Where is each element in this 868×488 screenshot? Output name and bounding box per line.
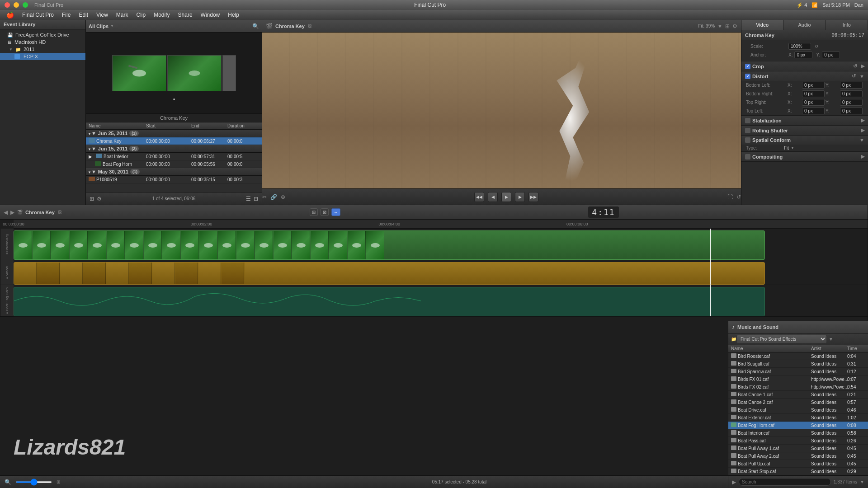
type-dropdown-icon[interactable]: ▼ bbox=[791, 146, 794, 150]
music-row-boat-canoe1[interactable]: Boat Canoe 1.caf Sound Ideas 0:21 bbox=[728, 391, 868, 399]
minimize-button[interactable] bbox=[14, 2, 19, 8]
br-y-input[interactable] bbox=[840, 90, 863, 97]
bl-y-input[interactable] bbox=[840, 82, 863, 89]
tab-video[interactable]: Video bbox=[741, 20, 783, 30]
sidebar-item-fcpx[interactable]: FCP X bbox=[0, 53, 85, 60]
stabilization-checkbox[interactable] bbox=[745, 118, 750, 123]
audio-clip-block[interactable] bbox=[14, 287, 765, 316]
clip-row-boat-interior[interactable]: ▶Boat Interior 00:00:00:00 00:00:57:31 0… bbox=[86, 153, 262, 160]
tool-3[interactable]: ↔ bbox=[331, 208, 340, 216]
music-row-boat-canoe2[interactable]: Boat Canoe 2.caf Sound Ideas 0:57 bbox=[728, 399, 868, 406]
crop-expand-icon[interactable]: ▶ bbox=[861, 63, 864, 69]
maximize-button[interactable] bbox=[23, 2, 28, 8]
trim-icon[interactable]: ✂ bbox=[262, 194, 267, 200]
tool-2[interactable]: ⊠ bbox=[321, 208, 329, 216]
menu-help[interactable]: Help bbox=[224, 11, 243, 19]
apple-menu[interactable]: 🍎 bbox=[3, 11, 18, 19]
crop-checkbox[interactable]: ✓ bbox=[745, 64, 750, 69]
wood-clip-block[interactable] bbox=[14, 262, 765, 285]
timeline-back-icon[interactable]: ◀ bbox=[4, 209, 8, 216]
fast-forward-button[interactable]: ▶▶ bbox=[528, 192, 538, 202]
fullscreen-icon[interactable]: ⛶ bbox=[727, 194, 733, 200]
insert-icon[interactable]: ⊕ bbox=[281, 194, 285, 200]
bl-x-input[interactable] bbox=[802, 82, 825, 89]
sidebar-item-freeagent[interactable]: 💾 FreeAgent GoFlex Drive bbox=[0, 31, 85, 38]
connect-icon[interactable]: 🔗 bbox=[270, 194, 277, 200]
step-forward-button[interactable]: ▶ bbox=[515, 192, 525, 202]
clip-row-p1080519[interactable]: P1080519 00:00:00:00 00:00:35:15 00:00:3 bbox=[86, 176, 262, 183]
rolling-shutter-checkbox[interactable] bbox=[745, 128, 750, 133]
reset-scale-icon[interactable]: ↺ bbox=[815, 44, 818, 49]
rewind-button[interactable]: ◀◀ bbox=[474, 192, 484, 202]
music-row-boat-pull-up[interactable]: Boat Pull Up.caf Sound Ideas 0:45 bbox=[728, 460, 868, 468]
clip-row-chroma-key[interactable]: Chroma Key 00:00:00:00 00:00:06:27 00:00… bbox=[86, 137, 262, 145]
menu-edit[interactable]: Edit bbox=[75, 11, 92, 19]
date-group-jun25[interactable]: ▼ Jun 25, 2011 (1) bbox=[86, 130, 262, 137]
music-row-boat-start-stop[interactable]: Boat Start-Stop.caf Sound Ideas 0:29 bbox=[728, 468, 868, 475]
music-row-boat-pass[interactable]: Boat Pass.caf Sound Ideas 0:26 bbox=[728, 437, 868, 445]
spatial-conform-expand-icon[interactable]: ▼ bbox=[859, 137, 864, 143]
crop-header[interactable]: ✓ Crop ↺ ▶ bbox=[741, 61, 868, 71]
stabilization-header[interactable]: Stabilization ▶ bbox=[741, 116, 868, 125]
menu-modify[interactable]: Modify bbox=[150, 11, 173, 19]
music-row-bird-seagull[interactable]: Bird Seagull.caf Sound Ideas 0:31 bbox=[728, 360, 868, 368]
menu-file[interactable]: File bbox=[58, 11, 74, 19]
music-row-birds-fx01[interactable]: Birds FX 01.caf http://www.Powe... 0:07 bbox=[728, 375, 868, 383]
music-row-boat-exterior[interactable]: Boat Exterior.caf Sound Ideas 1:02 bbox=[728, 414, 868, 422]
keyframe-diamond-icon[interactable] bbox=[862, 84, 865, 87]
distort-expand-icon[interactable]: ▼ bbox=[859, 74, 864, 79]
music-scroll-down-icon[interactable]: ▼ bbox=[860, 479, 864, 484]
browser-view-1[interactable]: ☰ bbox=[246, 196, 251, 202]
browser-tools-1[interactable]: ⊞ bbox=[90, 196, 94, 202]
search-icon[interactable]: 🔍 bbox=[252, 23, 259, 29]
filter-dropdown[interactable]: Final Cut Pro Sound Effects bbox=[736, 335, 827, 343]
menu-clip[interactable]: Clip bbox=[133, 11, 150, 19]
tab-audio[interactable]: Audio bbox=[783, 20, 826, 30]
refresh-icon[interactable]: ↺ bbox=[736, 194, 741, 200]
close-button[interactable] bbox=[5, 2, 10, 8]
clip-row-boat-fog-horn[interactable]: Boat Fog Horn 00:00:00:00 00:00:05:56 00… bbox=[86, 160, 262, 168]
music-row-bird-rooster[interactable]: Bird Rooster.caf Sound Ideas 0:04 bbox=[728, 352, 868, 360]
menu-view[interactable]: View bbox=[93, 11, 112, 19]
rolling-shutter-expand-icon[interactable]: ▶ bbox=[861, 127, 864, 133]
compositing-checkbox[interactable] bbox=[745, 154, 750, 160]
fit-toggle-icon[interactable]: ⊞ bbox=[725, 23, 730, 29]
scale-input[interactable] bbox=[788, 43, 811, 50]
distort-header[interactable]: ✓ Distort ↺ ▼ bbox=[741, 71, 868, 81]
music-row-boat-fog-horn[interactable]: Boat Fog Horn.caf Sound Ideas 0:08 bbox=[728, 422, 868, 429]
menu-window[interactable]: Window bbox=[197, 11, 224, 19]
date-group-jun15[interactable]: ▼ Jun 15, 2011 (2) bbox=[86, 145, 262, 153]
viewer-options-icon[interactable]: ⚙ bbox=[732, 23, 737, 29]
compositing-expand-icon[interactable]: ▶ bbox=[861, 154, 864, 160]
music-row-boat-pull-away1[interactable]: Boat Pull Away 1.caf Sound Ideas 0:45 bbox=[728, 445, 868, 452]
br-x-input[interactable] bbox=[802, 90, 825, 97]
stabilization-expand-icon[interactable]: ▶ bbox=[861, 117, 864, 123]
tl-x-input[interactable] bbox=[802, 108, 825, 114]
anchor-x-input[interactable] bbox=[794, 52, 812, 58]
tr-y-input[interactable] bbox=[840, 99, 863, 106]
date-group-may30[interactable]: ▼ May 30, 2011 (1) bbox=[86, 168, 262, 176]
sidebar-item-macintosh[interactable]: 🖥 Macintosh HD bbox=[0, 38, 85, 46]
zoom-slider[interactable] bbox=[16, 481, 52, 483]
tl-y-input[interactable] bbox=[840, 108, 863, 114]
distort-checkbox[interactable]: ✓ bbox=[745, 74, 750, 79]
timeline-forward-icon[interactable]: ▶ bbox=[10, 209, 14, 216]
filter-options-icon[interactable]: ▼ bbox=[829, 337, 833, 342]
crop-reset-icon[interactable]: ↺ bbox=[853, 63, 857, 69]
music-row-boat-pull-away2[interactable]: Boat Pull Away 2.caf Sound Ideas 0:45 bbox=[728, 452, 868, 460]
play-preview-button[interactable]: ▶ bbox=[732, 479, 736, 485]
chroma-key-clip-block[interactable] bbox=[14, 230, 765, 260]
timeline-zoom-controls[interactable]: 🔍 bbox=[5, 479, 11, 485]
fit-button[interactable]: ⊞ bbox=[57, 479, 60, 484]
music-row-boat-drive[interactable]: Boat Drive.caf Sound Ideas 0:46 bbox=[728, 406, 868, 414]
browser-view-2[interactable]: ⊟ bbox=[254, 196, 258, 202]
music-row-boat-interior[interactable]: Boat Interior.caf Sound Ideas 0:58 bbox=[728, 429, 868, 437]
music-row-bird-sparrow[interactable]: Bird Sparrow.caf Sound Ideas 0:12 bbox=[728, 368, 868, 375]
anchor-y-input[interactable] bbox=[822, 52, 840, 58]
rolling-shutter-header[interactable]: Rolling Shutter ▶ bbox=[741, 126, 868, 135]
tr-x-input[interactable] bbox=[802, 99, 825, 106]
sidebar-item-2011[interactable]: 📁 2011 bbox=[0, 46, 85, 53]
play-button[interactable]: ▶ bbox=[501, 192, 511, 202]
step-back-button[interactable]: ◀ bbox=[488, 192, 498, 202]
tab-info[interactable]: Info bbox=[826, 20, 868, 30]
